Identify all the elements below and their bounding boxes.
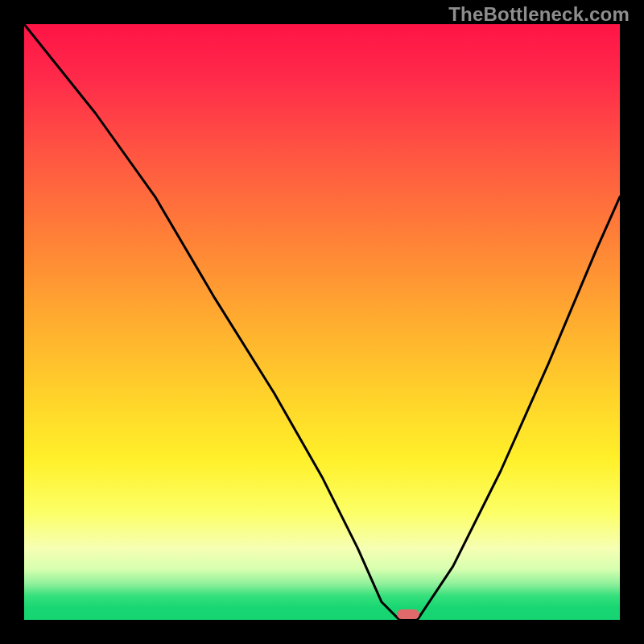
bottleneck-curve	[24, 24, 620, 620]
optimal-marker	[397, 609, 419, 619]
chart-frame: TheBottleneck.com	[0, 0, 644, 644]
curve-path	[24, 24, 620, 620]
plot-area	[24, 24, 620, 620]
watermark-text: TheBottleneck.com	[448, 3, 630, 26]
